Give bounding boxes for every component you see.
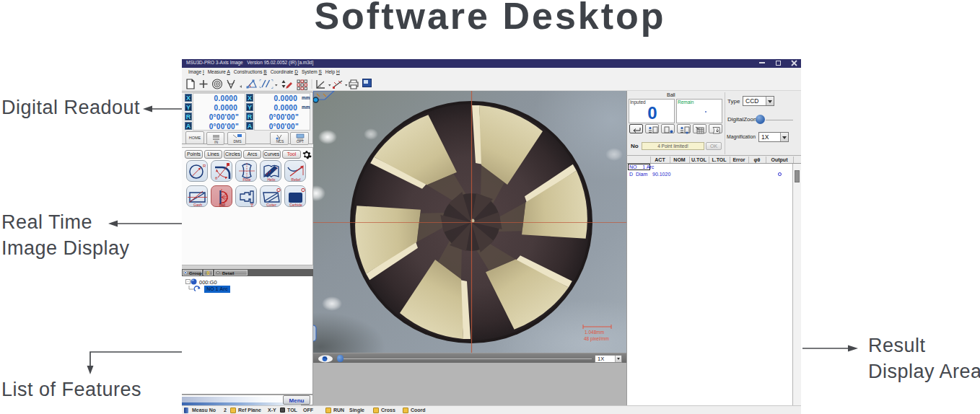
svg-text:DMS: DMS [233,139,242,144]
svg-text:c: c [251,203,253,208]
svg-text:1.048mm: 1.048mm [585,330,604,335]
svg-text:R: R [203,164,206,168]
svg-text:OPT: OPT [297,139,304,144]
svg-text:48 pixel/mm: 48 pixel/mm [584,336,609,342]
svg-text:IN: IN [214,140,218,144]
svg-text:NCS: NCS [276,139,284,144]
svg-text:θ: θ [215,176,218,180]
